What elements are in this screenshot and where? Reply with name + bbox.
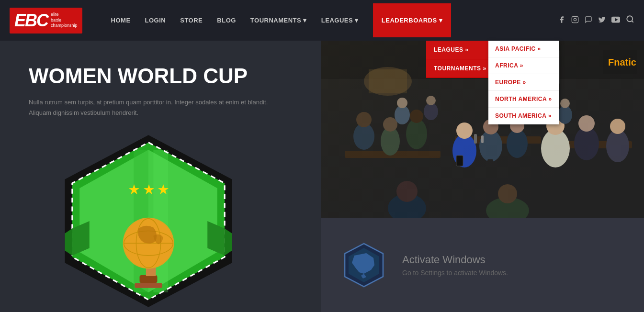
logo-ebc: EBC [14, 11, 48, 31]
trophy-area: ★ ★ ★ [48, 130, 249, 312]
sub-south-america[interactable]: SOUTH AMERICA » [488, 108, 559, 124]
dd-tournaments[interactable]: TOURNAMENTS » [426, 59, 494, 78]
nav-home[interactable]: HOME [111, 17, 131, 24]
nav-leaderboards[interactable]: LEADERBOARDS ▾ [373, 3, 451, 37]
activate-title: Activate Windows [402, 254, 508, 266]
header: EBC elite battle championship HOME LOGIN… [0, 0, 644, 41]
nav-leagues[interactable]: LEAGUES ▾ [321, 17, 359, 24]
viber-icon[interactable] [585, 16, 592, 25]
svg-rect-17 [135, 283, 162, 288]
activate-description: Go to Settings to activate Windows. [402, 269, 508, 277]
main-nav: HOME LOGIN STORE BLOG TOURNAMENTS ▾ LEAG… [111, 3, 558, 37]
sub-asia-pacific[interactable]: ASIA PACIFIC » [488, 41, 559, 57]
youtube-icon[interactable] [611, 16, 620, 25]
nav-login[interactable]: LOGIN [145, 17, 166, 24]
logo-area[interactable]: EBC elite battle championship [10, 8, 82, 33]
nav-tournaments[interactable]: TOURNAMENTS ▾ [250, 17, 307, 24]
hero-title: WOMEN WORLD CUP [29, 65, 302, 88]
activate-banner: Activate Windows Go to Settings to activ… [321, 218, 644, 312]
svg-line-6 [632, 21, 633, 22]
trophy-badge-svg: ★ ★ ★ [48, 130, 249, 312]
logo-box: EBC elite battle championship [10, 8, 82, 33]
svg-rect-16 [140, 275, 158, 283]
left-panel: WOMEN WORLD CUP Nulla rutrum sem turpis,… [0, 41, 321, 312]
right-panel: Fnatic [321, 41, 644, 312]
svg-text:★: ★ [157, 182, 169, 197]
instagram-icon[interactable] [571, 16, 579, 25]
facebook-icon[interactable] [558, 16, 565, 25]
leaderboards-dropdown: LEAGUES » TOURNAMENTS » [426, 41, 494, 78]
tournaments-submenu: ASIA PACIFIC » AFRICA » EUROPE » NORTH A… [488, 41, 559, 124]
dd-leagues[interactable]: LEAGUES » [426, 41, 494, 59]
svg-text:★: ★ [143, 182, 155, 197]
svg-point-1 [574, 18, 576, 21]
sub-europe[interactable]: EUROPE » [488, 74, 559, 91]
sub-africa[interactable]: AFRICA » [488, 57, 559, 74]
north-america-badge [340, 241, 388, 289]
search-icon-btn[interactable] [626, 15, 634, 26]
svg-point-5 [627, 16, 633, 22]
svg-text:★: ★ [128, 182, 140, 197]
logo-subtitle: elite battle championship [51, 12, 78, 29]
hero-description: Nulla rutrum sem turpis, at pretium quam… [29, 97, 268, 118]
social-icons [558, 15, 634, 26]
svg-point-2 [576, 17, 577, 18]
sub-north-america[interactable]: NORTH AMERICA » [488, 91, 559, 108]
nav-store[interactable]: STORE [180, 17, 203, 24]
nav-blog[interactable]: BLOG [217, 17, 236, 24]
twitter-icon[interactable] [598, 16, 606, 25]
activate-text: Activate Windows Go to Settings to activ… [402, 254, 508, 277]
svg-rect-0 [572, 16, 578, 22]
